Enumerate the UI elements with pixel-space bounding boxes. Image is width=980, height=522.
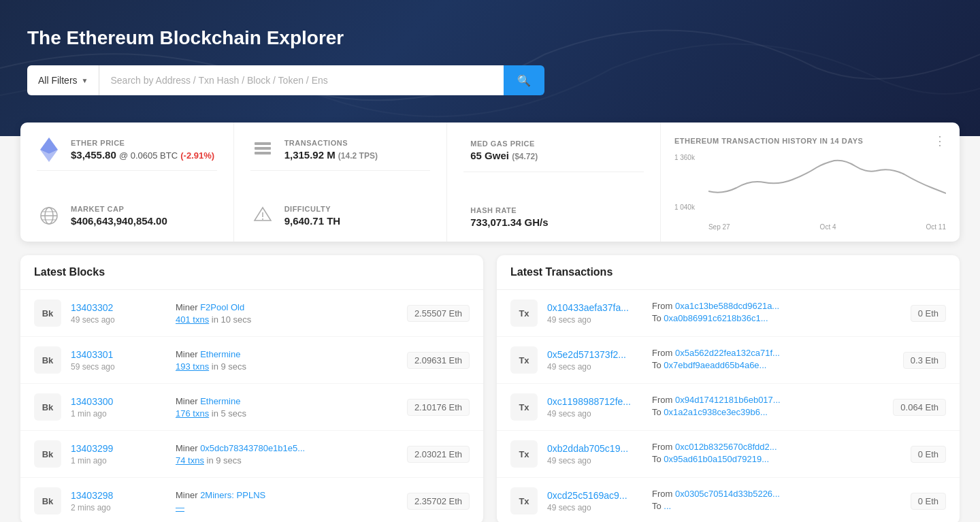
svg-rect-8 <box>255 147 271 150</box>
tx-from[interactable]: 0x5a562d22fea132ca71f... <box>675 348 780 358</box>
eth-icon <box>37 137 61 162</box>
bk-badge: Bk <box>34 346 61 374</box>
chart-svg <box>708 154 946 208</box>
bk-badge: Bk <box>34 487 61 515</box>
tx-row: Tx 0xb2ddab705c19... 49 secs ago From 0x… <box>497 431 960 478</box>
page-title: The Ethereum Blockchain Explorer <box>27 27 953 49</box>
chart-x-label-1: Oct 4 <box>820 223 836 231</box>
tx-from[interactable]: 0xc012b8325670c8fdd2... <box>675 442 777 452</box>
transactions-icon <box>250 137 275 162</box>
block-row: Bk 13403301 59 secs ago Miner Ethermine … <box>20 337 483 384</box>
txns-link[interactable]: 176 txns <box>176 408 209 419</box>
txns-link[interactable]: — <box>176 502 184 512</box>
block-row: Bk 13403299 1 min ago Miner 0x5dcb783437… <box>20 431 483 478</box>
miner-link[interactable]: F2Pool Old <box>200 302 244 312</box>
difficulty-label: DIFFICULTY <box>284 205 431 213</box>
tx-row: Tx 0x10433aefa37fa... 49 secs ago From 0… <box>497 290 960 337</box>
tx-time: 49 secs ago <box>547 456 642 466</box>
hash-rate-label: HASH RATE <box>470 206 644 214</box>
tx-hash[interactable]: 0x5e2d571373f2... <box>547 349 626 360</box>
tx-amount: 0 Eth <box>911 305 946 322</box>
miner-link[interactable]: 2Miners: PPLNS <box>200 490 265 500</box>
stats-col-price: ETHER PRICE $3,455.80 @ 0.0605 BTC (-2.9… <box>20 123 234 242</box>
tx-badge: Tx <box>510 393 538 421</box>
bk-badge: Bk <box>34 393 61 421</box>
tx-amount: 0.3 Eth <box>903 352 946 369</box>
tx-from[interactable]: 0x94d17412181b6eb017... <box>675 395 781 405</box>
chart-y-high: 1 360k <box>674 154 695 161</box>
ether-price-stat: ETHER PRICE $3,455.80 @ 0.0605 BTC (-2.9… <box>37 136 217 163</box>
miner-link[interactable]: Ethermine <box>200 349 240 359</box>
tx-to[interactable]: 0x95ad61b0a150d79219... <box>664 454 769 464</box>
stats-container: ETHER PRICE $3,455.80 @ 0.0605 BTC (-2.9… <box>20 123 960 242</box>
blocks-list: Bk 13403302 49 secs ago Miner F2Pool Old… <box>20 290 483 522</box>
block-number[interactable]: 13403298 <box>71 490 113 501</box>
latest-blocks-panel: Latest Blocks Bk 13403302 49 secs ago Mi… <box>20 255 483 522</box>
tx-time: 49 secs ago <box>547 315 642 325</box>
search-icon: 🔍 <box>517 75 531 86</box>
chart-col: ETHEREUM TRANSACTION HISTORY IN 14 DAYS … <box>661 123 960 242</box>
tx-badge: Tx <box>510 346 538 374</box>
tx-row: Tx 0xcd25c5169ac9... 49 secs ago From 0x… <box>497 478 960 522</box>
block-reward: 2.09631 Eth <box>407 352 470 369</box>
market-cap-label: MARKET CAP <box>71 205 217 213</box>
hash-rate-value: 733,071.34 GH/s <box>470 216 644 228</box>
bk-badge: Bk <box>34 299 61 327</box>
gas-price-value: 65 Gwei ($4.72) <box>470 150 644 161</box>
chart-y-low: 1 040k <box>674 203 695 211</box>
block-row: Bk 13403302 49 secs ago Miner F2Pool Old… <box>20 290 483 337</box>
chart-menu-icon[interactable]: ⋮ <box>934 133 946 148</box>
transactions-stat: TRANSACTIONS 1,315.92 M (14.2 TPS) <box>250 136 431 163</box>
block-time: 1 min ago <box>71 456 166 466</box>
tx-hash[interactable]: 0xc1198988712fe... <box>547 396 631 407</box>
tx-to[interactable]: 0x7ebdf9aeadd65b4a6e... <box>664 360 766 370</box>
tx-hash[interactable]: 0xb2ddab705c19... <box>547 443 628 454</box>
stats-col-txns: TRANSACTIONS 1,315.92 M (14.2 TPS) <box>234 123 448 242</box>
tx-from[interactable]: 0x0305c70514d33b5226... <box>675 489 780 499</box>
block-reward: 2.10176 Eth <box>407 399 470 416</box>
txns-link[interactable]: 74 txns <box>176 455 204 466</box>
svg-rect-9 <box>255 152 271 154</box>
hash-rate-stat: HASH RATE 733,071.34 GH/s <box>463 206 644 228</box>
block-reward: 2.35702 Eth <box>407 493 470 510</box>
tx-to[interactable]: 0xa0b86991c6218b36c1... <box>664 313 768 323</box>
block-reward: 2.55507 Eth <box>407 305 470 322</box>
block-number[interactable]: 13403300 <box>71 396 113 407</box>
chart-x-labels: Sep 27 Oct 4 Oct 11 <box>708 223 946 231</box>
txns-link[interactable]: 193 txns <box>176 361 209 372</box>
svg-rect-7 <box>255 142 271 145</box>
difficulty-stat: DIFFICULTY 9,640.71 TH <box>250 203 431 228</box>
difficulty-icon <box>250 203 275 228</box>
block-row: Bk 13403298 2 mins ago Miner 2Miners: PP… <box>20 478 483 522</box>
tx-amount: 0.064 Eth <box>893 399 946 416</box>
block-number[interactable]: 13403302 <box>71 302 113 313</box>
block-row: Bk 13403300 1 min ago Miner Ethermine 17… <box>20 384 483 431</box>
search-input[interactable] <box>99 65 504 95</box>
tx-to[interactable]: ... <box>664 501 671 511</box>
gas-price-label: MED GAS PRICE <box>470 140 644 148</box>
tx-row: Tx 0xc1198988712fe... 49 secs ago From 0… <box>497 384 960 431</box>
block-time: 1 min ago <box>71 409 166 419</box>
search-bar: All Filters ▼ 🔍 <box>27 65 544 95</box>
tx-badge: Tx <box>510 487 538 515</box>
svg-point-12 <box>262 218 263 220</box>
block-number[interactable]: 13403301 <box>71 349 113 360</box>
search-button[interactable]: 🔍 <box>504 65 544 95</box>
filter-dropdown[interactable]: All Filters ▼ <box>27 65 99 95</box>
tx-hash[interactable]: 0xcd25c5169ac9... <box>547 490 627 501</box>
miner-link[interactable]: 0x5dcb78343780e1b1e5... <box>200 443 305 453</box>
miner-link[interactable]: Ethermine <box>200 396 240 406</box>
block-number[interactable]: 13403299 <box>71 443 113 454</box>
market-cap-value: $406,643,940,854.00 <box>71 215 217 227</box>
transactions-label: TRANSACTIONS <box>284 139 431 147</box>
tx-to[interactable]: 0x1a2a1c938ce3ec39b6... <box>664 407 768 417</box>
tx-badge: Tx <box>510 440 538 468</box>
ether-price-label: ETHER PRICE <box>71 139 217 147</box>
txns-link[interactable]: 401 txns <box>176 314 209 325</box>
transactions-value: 1,315.92 M (14.2 TPS) <box>284 149 431 161</box>
tx-from[interactable]: 0xa1c13be588dcd9621a... <box>675 301 779 311</box>
tx-time: 49 secs ago <box>547 409 642 419</box>
filter-label: All Filters <box>38 75 78 86</box>
tx-hash[interactable]: 0x10433aefa37fa... <box>547 302 629 313</box>
tx-amount: 0 Eth <box>911 493 946 510</box>
